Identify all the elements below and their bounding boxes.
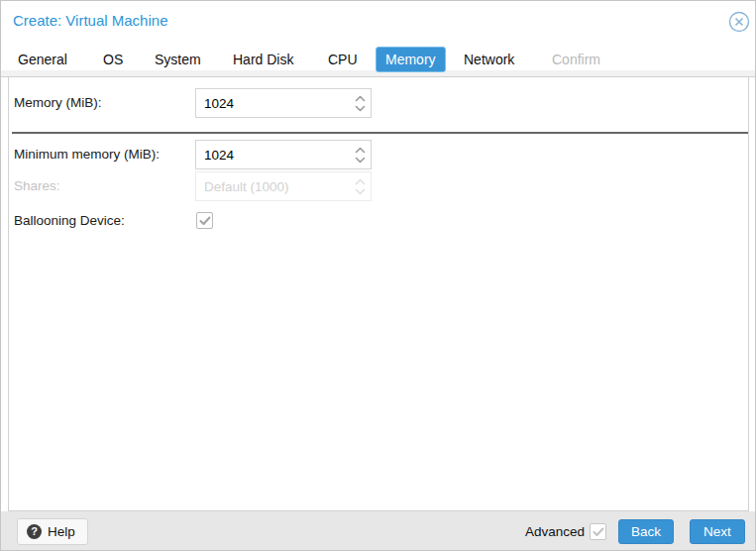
tab-bar: General OS System Hard Disk CPU Memory N… <box>1 41 755 77</box>
tab-confirm: Confirm <box>552 47 600 72</box>
min-memory-spinner[interactable] <box>349 141 371 168</box>
tab-os[interactable]: OS <box>103 47 123 72</box>
check-icon <box>593 527 604 537</box>
min-memory-field[interactable] <box>195 140 372 169</box>
tab-system[interactable]: System <box>155 47 201 72</box>
shares-field <box>195 171 372 201</box>
memory-label: Memory (MiB): <box>14 88 102 118</box>
memory-field[interactable] <box>195 88 372 118</box>
check-icon <box>199 216 211 226</box>
advanced-separator <box>12 132 748 134</box>
question-circle-icon: ? <box>27 524 42 539</box>
spin-up-icon[interactable] <box>355 95 366 102</box>
shares-spinner <box>349 172 371 200</box>
footer-toolbar: ? Help Advanced Back Next <box>1 511 755 551</box>
spin-down-icon <box>355 188 366 195</box>
tab-hard-disk[interactable]: Hard Disk <box>233 47 293 72</box>
create-vm-dialog: Create: Virtual Machine General OS Syste… <box>0 0 756 551</box>
close-icon[interactable] <box>727 10 751 34</box>
dialog-title: Create: Virtual Machine <box>13 12 167 29</box>
memory-spinner[interactable] <box>349 89 371 117</box>
spin-up-icon[interactable] <box>355 147 366 154</box>
memory-input[interactable] <box>196 89 349 117</box>
spin-down-icon[interactable] <box>355 105 366 112</box>
min-memory-label: Minimum memory (MiB): <box>14 140 160 169</box>
ballooning-checkbox[interactable] <box>196 212 213 229</box>
next-button[interactable]: Next <box>690 519 745 544</box>
min-memory-input[interactable] <box>196 141 349 168</box>
shares-input <box>196 172 349 200</box>
advanced-checkbox[interactable] <box>590 523 606 540</box>
shares-label: Shares: <box>14 171 60 201</box>
tab-general[interactable]: General <box>18 47 67 72</box>
tab-memory[interactable]: Memory <box>376 47 446 72</box>
ballooning-label: Ballooning Device: <box>14 206 125 223</box>
help-button-label: Help <box>48 524 75 539</box>
dialog-titlebar: Create: Virtual Machine <box>1 1 755 41</box>
spin-up-icon <box>355 178 366 185</box>
help-button[interactable]: ? Help <box>17 518 88 545</box>
tab-cpu[interactable]: CPU <box>328 47 358 72</box>
back-button[interactable]: Back <box>618 519 674 544</box>
tab-network[interactable]: Network <box>464 47 514 72</box>
spin-down-icon[interactable] <box>355 157 366 164</box>
memory-tab-panel: Memory (MiB): Minimum memory (MiB): Shar… <box>8 77 749 511</box>
advanced-label: Advanced <box>525 518 585 545</box>
